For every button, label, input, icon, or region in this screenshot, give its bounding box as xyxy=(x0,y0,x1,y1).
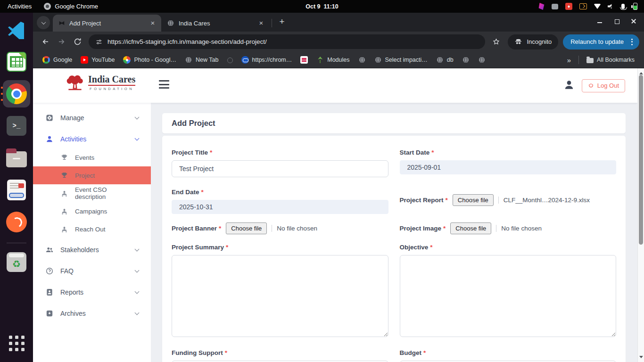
cast-indicator-icon[interactable] xyxy=(579,3,587,9)
bookmark-chrome-link[interactable]: https://chrom… xyxy=(238,54,296,66)
desk-person-icon xyxy=(60,225,68,233)
show-applications-button[interactable] xyxy=(5,332,28,354)
dock-item-vscode[interactable] xyxy=(5,18,28,41)
tab-favicon-globe xyxy=(167,19,174,27)
field-budget: Budget* xyxy=(400,349,617,362)
india-cares-logo[interactable]: India Cares Foundation xyxy=(65,74,135,91)
project-report-label: Project Report* xyxy=(400,197,448,204)
incognito-label: Incognito xyxy=(527,38,552,45)
tab-india-cares[interactable]: India Cares × xyxy=(161,15,270,32)
sidebar-item-stakeholders[interactable]: Stakeholders xyxy=(33,240,151,259)
sidebar-item-activities[interactable]: Activities xyxy=(33,130,151,148)
sidebar-item-faq[interactable]: FAQ xyxy=(33,262,151,280)
bookmark-select-impact[interactable]: Select impacti… xyxy=(371,54,431,66)
forward-button[interactable] xyxy=(54,34,69,49)
end-date-input[interactable] xyxy=(172,200,388,214)
tab-close-icon[interactable]: × xyxy=(149,19,157,27)
logout-button[interactable]: Log Out xyxy=(582,79,625,92)
chrome-menu-icon[interactable] xyxy=(629,39,635,45)
volume-muted-icon[interactable] xyxy=(608,4,614,9)
new-tab-button[interactable]: + xyxy=(276,16,288,28)
bookmark-google-photos[interactable]: Photo - Googl… xyxy=(119,54,180,66)
project-report-choose-file-button[interactable]: Choose file xyxy=(453,194,494,206)
globe-favicon xyxy=(478,56,486,64)
site-header: India Cares Foundation Log Out xyxy=(33,68,637,103)
running-indicator-dots xyxy=(1,87,3,101)
user-account-button[interactable] xyxy=(563,79,575,93)
dock-divider xyxy=(7,243,26,243)
tray-app-icon[interactable] xyxy=(538,3,545,10)
project-summary-textarea[interactable] xyxy=(172,255,388,337)
sidebar-item-archives[interactable]: Archives xyxy=(33,304,151,323)
sidebar-item-reports[interactable]: Reports xyxy=(33,283,151,302)
page-scrollbar[interactable] xyxy=(637,68,644,362)
tab-add-project[interactable]: Add Project × xyxy=(53,15,161,32)
window-maximize-button[interactable] xyxy=(614,18,619,24)
project-banner-choose-file-button[interactable]: Choose file xyxy=(226,222,267,234)
scroll-up-arrow-icon[interactable] xyxy=(639,70,643,74)
dock-item-trash[interactable]: ♻ xyxy=(5,251,28,273)
bookmark-youtube[interactable]: YouTube xyxy=(77,54,118,66)
scroll-down-arrow-icon[interactable] xyxy=(639,356,643,360)
bookmark-favicon-only[interactable] xyxy=(297,54,312,66)
sidebar-toggle-button[interactable] xyxy=(159,80,169,89)
relaunch-to-update-button[interactable]: Relaunch to update xyxy=(563,34,639,49)
sidebar-item-event-cso-description[interactable]: Event CSO description xyxy=(33,184,151,202)
bookmark-modules[interactable]: Modules xyxy=(313,54,353,66)
bookmark-star-button[interactable] xyxy=(489,35,503,49)
dock-item-libreoffice-calc[interactable] xyxy=(5,50,28,73)
tab-close-icon[interactable]: × xyxy=(257,19,265,27)
sidebar-item-reach-out[interactable]: Reach Out xyxy=(33,220,151,238)
reload-button[interactable] xyxy=(70,34,85,49)
banyan-tree-icon xyxy=(65,74,85,91)
bookmark-new-tab[interactable]: New Tab xyxy=(181,54,222,66)
start-date-label: Start Date* xyxy=(400,149,617,156)
objective-label: Objective* xyxy=(400,244,617,251)
tab-search-button[interactable] xyxy=(37,16,50,29)
chevron-down-icon xyxy=(135,136,140,141)
bookmark-loading[interactable] xyxy=(223,55,237,65)
all-bookmarks-button[interactable]: All Bookmarks xyxy=(583,55,638,65)
dock-item-chrome[interactable] xyxy=(5,82,28,105)
objective-textarea[interactable] xyxy=(400,255,617,337)
dock-item-document-viewer[interactable] xyxy=(5,179,28,201)
bookmarks-bar: Google YouTube Photo - Googl… New Tab ht… xyxy=(33,52,644,68)
dock-item-files[interactable] xyxy=(5,147,28,169)
focused-app-menu[interactable]: Google Chrome xyxy=(44,3,98,10)
app-grid-icon xyxy=(9,336,25,351)
bookmark-google[interactable]: Google xyxy=(39,54,76,66)
brand-title: India Cares xyxy=(88,74,135,86)
wifi-icon[interactable] xyxy=(594,4,601,9)
window-close-button[interactable] xyxy=(631,18,636,24)
chevron-down-icon xyxy=(135,289,140,294)
chat-tray-icon[interactable] xyxy=(552,4,558,9)
project-image-choose-file-button[interactable]: Choose file xyxy=(450,222,491,234)
dock-item-terminal[interactable] xyxy=(5,115,28,137)
sidebar-item-events[interactable]: Events xyxy=(33,148,151,166)
back-button[interactable] xyxy=(38,34,53,49)
funding-support-label: Funding Support* xyxy=(172,349,388,356)
sidebar-item-manage[interactable]: Manage xyxy=(33,108,151,127)
bookmark-db[interactable]: db xyxy=(432,54,457,66)
page-viewport: India Cares Foundation Log Out Manage xyxy=(33,68,644,362)
bookmarks-overflow-button[interactable]: » xyxy=(563,56,575,64)
bookmark-globe-3[interactable] xyxy=(474,54,489,66)
bookmark-globe-1[interactable] xyxy=(355,54,370,66)
screenshare-tray-icon[interactable] xyxy=(565,3,572,10)
start-date-input[interactable] xyxy=(400,160,617,174)
activities-button[interactable]: Activities xyxy=(8,3,32,10)
incognito-badge: Incognito xyxy=(508,34,558,49)
clock[interactable]: Oct 9 11:10 xyxy=(305,3,339,10)
address-bar[interactable]: https://icfnv5-staging.icfn.in/manage-se… xyxy=(89,34,485,49)
dock-item-postman[interactable] xyxy=(5,211,28,233)
scrollbar-thumb[interactable] xyxy=(639,75,643,245)
microphone-icon[interactable] xyxy=(621,4,625,9)
chrome-icon xyxy=(6,83,27,104)
field-project-title: Project Title* xyxy=(172,149,388,177)
battery-icon[interactable] xyxy=(633,3,637,10)
bookmark-globe-2[interactable] xyxy=(458,54,473,66)
window-minimize-button[interactable] xyxy=(597,18,603,24)
sidebar-item-campaigns[interactable]: Campaigns xyxy=(33,202,151,220)
project-title-input[interactable] xyxy=(172,160,388,177)
sidebar-item-project[interactable]: Project xyxy=(33,166,151,184)
